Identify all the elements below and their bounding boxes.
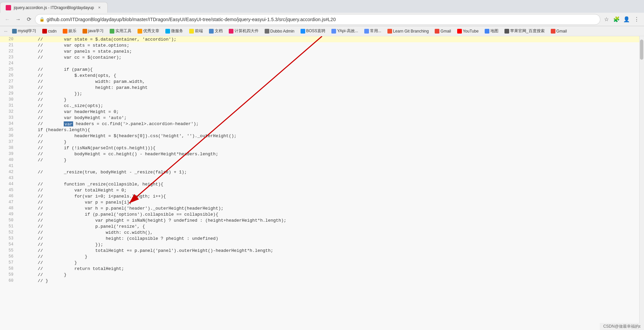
- table-row: 35 if (headers.length){: [0, 127, 644, 133]
- code-text: // return totalHeight;: [17, 266, 124, 271]
- bookmark-dubbo[interactable]: Dubbo Admin: [262, 28, 297, 35]
- table-row: 20 // var state = $.data(container, 'acc…: [0, 36, 644, 42]
- table-row: 47 // var p = panels[i];: [0, 199, 644, 205]
- code-text: // }: [17, 158, 66, 163]
- table-row: 45 // var totalHeight = 0;: [0, 187, 644, 193]
- bookmark-youtube[interactable]: YouTube: [454, 28, 481, 35]
- back-button[interactable]: ←: [3, 15, 12, 24]
- bookmark-favicon: [435, 29, 439, 34]
- bookmark-favicon: [165, 29, 170, 34]
- bookmarks-more-button[interactable]: ···: [3, 28, 9, 35]
- line-number: 29: [0, 91, 17, 96]
- code-text: // var totalHeight = 0;: [17, 188, 127, 193]
- line-number: 58: [0, 266, 17, 271]
- table-row: 21 // var opts = state.options;: [0, 42, 644, 48]
- bookmark-favicon: [551, 29, 555, 34]
- bookmark-favicon: [457, 29, 462, 34]
- line-number: 38: [0, 146, 17, 150]
- line-number: 28: [0, 85, 17, 90]
- bookmark-csdn[interactable]: csdn: [40, 28, 59, 35]
- table-row: 30 // }: [0, 97, 644, 103]
- bookmark-doc[interactable]: 文档: [206, 27, 225, 35]
- bookmark-label: 苹果官网_百度搜索: [510, 28, 545, 34]
- line-number: 35: [0, 127, 17, 132]
- bookmark-yule[interactable]: 娱乐: [60, 27, 79, 35]
- line-number: 55: [0, 248, 17, 253]
- table-row: 38 // if (!isNaN(parseInt(opts.height)))…: [0, 145, 644, 151]
- bookmark-gmail[interactable]: Gmail: [432, 28, 453, 35]
- active-tab[interactable]: jquery.accordion.js - ITDragonBlog/dayda…: [0, 2, 108, 13]
- account-button[interactable]: 👤: [622, 15, 631, 24]
- bookmark-label: 娱乐: [68, 28, 76, 34]
- bookmark-favicon: [485, 29, 489, 34]
- code-text: // if (param){: [17, 67, 93, 72]
- forward-button[interactable]: →: [13, 15, 23, 24]
- bookmark-compute[interactable]: 计算机四大件: [226, 27, 261, 35]
- table-row: 27 // width: param.width,: [0, 78, 644, 85]
- line-number: 27: [0, 79, 17, 84]
- bookmark-map[interactable]: 地图: [482, 27, 501, 35]
- bookmark-common[interactable]: 常用...: [362, 27, 384, 35]
- line-number: 54: [0, 242, 17, 247]
- code-text: // });: [17, 242, 103, 247]
- code-text: // _resize(true, bodyHeight - _resize(fa…: [17, 170, 187, 175]
- menu-button[interactable]: ⋮: [632, 15, 641, 24]
- bookmark-label: java学习: [88, 28, 104, 34]
- bookmark-star-button[interactable]: ☆: [602, 15, 611, 24]
- line-number: 36: [0, 133, 17, 138]
- bookmark-java[interactable]: java学习: [80, 27, 106, 35]
- bookmark-boss[interactable]: BOSS直聘: [298, 27, 328, 35]
- code-text: // }: [17, 140, 66, 145]
- bookmark-label: 优秀文章: [143, 28, 159, 34]
- security-icon: 🔒: [39, 17, 45, 22]
- line-number: 52: [0, 230, 17, 235]
- table-row: 43: [0, 175, 644, 181]
- table-row: 39 // bodyHeight = cc.height() - headerH…: [0, 151, 644, 157]
- line-number: 20: [0, 37, 17, 42]
- line-number: 50: [0, 218, 17, 223]
- address-bar[interactable]: 🔒 github.com/ITDragonBlog/daydayup/blob/…: [35, 14, 600, 25]
- line-number: 59: [0, 272, 17, 277]
- bookmark-favicon: [12, 29, 17, 34]
- bookmark-gmail2[interactable]: Gmail: [548, 28, 570, 35]
- bookmark-tools[interactable]: 实用工具: [107, 27, 134, 35]
- line-number: 24: [0, 61, 17, 66]
- bookmark-micro[interactable]: 微服务: [163, 27, 186, 35]
- bookmark-favicon: [138, 29, 142, 34]
- bookmark-excellent[interactable]: 优秀文章: [135, 27, 162, 35]
- bookmark-label: 计算机四大件: [234, 28, 259, 34]
- line-number: 34: [0, 121, 17, 126]
- bookmark-favicon: [83, 29, 87, 34]
- table-row: 42 // _resize(true, bodyHeight - _resize…: [0, 169, 644, 175]
- code-text: // var opts = state.options;: [17, 43, 129, 48]
- bookmark-favicon: [42, 29, 47, 34]
- line-number: 48: [0, 206, 17, 211]
- tab-favicon: [6, 5, 11, 10]
- line-number: 60: [0, 278, 17, 283]
- code-text: // totalHeight += p.panel('panel').outer…: [17, 248, 273, 253]
- extensions-button[interactable]: 🧩: [612, 15, 621, 24]
- scrollbar-thumb[interactable]: [640, 40, 643, 60]
- bookmark-git[interactable]: Learn Git Branching: [385, 28, 432, 35]
- table-row: 51 // p.panel('resize', {: [0, 223, 644, 229]
- bookmark-apple[interactable]: 苹果官网_百度搜索: [502, 27, 547, 35]
- bookmark-label: Gmail: [440, 29, 451, 34]
- line-number: 51: [0, 224, 17, 229]
- code-text: [17, 176, 19, 181]
- vertical-scrollbar[interactable]: [639, 36, 644, 330]
- code-text: // $.extend(opts, {: [17, 73, 116, 78]
- bookmark-favicon: [504, 29, 509, 34]
- table-row: 41: [0, 163, 644, 169]
- code-text: headers = cc.find('>.panel>.accordion-he…: [73, 121, 199, 126]
- bookmark-label: csdn: [48, 29, 56, 34]
- bookmark-yapi[interactable]: YApi-高效...: [329, 27, 361, 35]
- bookmark-front[interactable]: 前端: [186, 27, 206, 35]
- table-row: 48 // var h = p.panel('header')._outerHe…: [0, 205, 644, 211]
- bookmark-mysql[interactable]: mysql学习: [9, 27, 39, 35]
- bookmark-label: mysql学习: [18, 28, 36, 34]
- code-text: // headerHeight = $(headers[0]).css('hei…: [17, 133, 236, 139]
- refresh-button[interactable]: ⟳: [24, 15, 34, 24]
- tab-close-button[interactable]: ✕: [97, 5, 102, 10]
- address-text: github.com/ITDragonBlog/daydayup/blob/ma…: [47, 17, 596, 22]
- line-number: 21: [0, 43, 17, 48]
